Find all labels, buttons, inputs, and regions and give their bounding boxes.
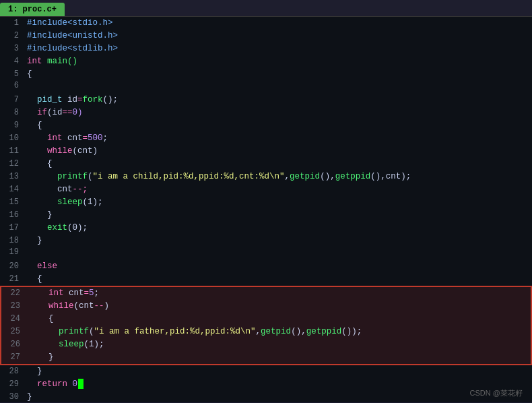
line-number: 17 — [5, 223, 19, 232]
code-line: 15 sleep(1); — [0, 196, 532, 209]
code-line: 7 pid_t id=fork(); — [0, 94, 532, 106]
code-line: 24 { — [0, 313, 532, 326]
line-code: while(cnt) — [27, 145, 98, 158]
code-line: 27 } — [0, 351, 532, 365]
code-line: 5{ — [0, 68, 532, 81]
code-line: 6 — [0, 81, 532, 94]
line-code: { — [27, 119, 42, 132]
line-number: 14 — [5, 185, 19, 194]
code-line: 9 { — [0, 119, 532, 132]
line-number: 16 — [5, 210, 19, 220]
line-code: } — [27, 391, 32, 402]
code-line: 14 cnt--; — [0, 183, 532, 196]
code-line: 12 { — [0, 158, 532, 170]
line-number: 28 — [5, 367, 19, 376]
line-number: 18 — [5, 236, 19, 245]
line-number: 15 — [5, 197, 19, 207]
tab-label: 1: proc.c+ — [8, 5, 57, 14]
code-line: 3#include<stdlib.h> — [0, 42, 532, 55]
code-line: 8 if(id==0) — [0, 106, 532, 119]
tab-bar: 1: proc.c+ — [0, 0, 532, 17]
line-code: while(cnt--) — [28, 300, 109, 313]
line-code: } — [27, 365, 42, 378]
line-number: 30 — [5, 392, 19, 402]
line-code: #include<stdio.h> — [27, 17, 113, 30]
code-line: 13 printf("i am a child,pid:%d,ppid:%d,c… — [0, 170, 532, 183]
line-code: int main() — [27, 55, 77, 68]
line-code: printf("i am a father,pid:%d,ppid:%d\n",… — [28, 326, 362, 338]
line-code: exit(0); — [27, 222, 88, 235]
line-code: { — [27, 68, 32, 81]
code-editor[interactable]: 1#include<stdio.h>2#include<unistd.h>3#i… — [0, 17, 532, 402]
editor-container: 1: proc.c+ 1#include<stdio.h>2#include<u… — [0, 0, 532, 402]
line-number: 1 — [5, 18, 19, 28]
code-line: 18 } — [0, 235, 532, 247]
code-line: 10 int cnt=500; — [0, 132, 532, 145]
line-code: int cnt=5; — [28, 287, 99, 300]
text-cursor — [78, 379, 84, 389]
line-code: { — [27, 273, 42, 286]
line-number: 8 — [5, 108, 19, 117]
code-line: 2#include<unistd.h> — [0, 30, 532, 42]
line-code: } — [28, 351, 54, 364]
line-code: else — [27, 260, 57, 273]
line-number: 20 — [5, 261, 19, 271]
line-code: pid_t id=fork(); — [27, 94, 118, 106]
code-line: 1#include<stdio.h> — [0, 17, 532, 30]
line-code: printf("i am a child,pid:%d,ppid:%d,cnt:… — [27, 170, 411, 183]
code-line: 30} — [0, 391, 532, 402]
code-line: 16 } — [0, 209, 532, 222]
code-line: 11 while(cnt) — [0, 145, 532, 158]
line-code: if(id==0) — [27, 106, 83, 119]
line-code: sleep(1); — [28, 338, 104, 351]
code-line: 22 int cnt=5; — [0, 286, 532, 300]
line-code: { — [27, 158, 53, 170]
line-number: 27 — [7, 352, 20, 362]
code-line: 20 else — [0, 260, 532, 273]
code-line: 26 sleep(1); — [0, 338, 532, 351]
line-number: 3 — [5, 44, 19, 53]
active-tab[interactable]: 1: proc.c+ — [0, 3, 65, 16]
line-number: 11 — [5, 146, 19, 156]
line-number: 23 — [7, 301, 20, 311]
line-code: int cnt=500; — [27, 132, 108, 145]
code-line: 25 printf("i am a father,pid:%d,ppid:%d\… — [0, 326, 532, 338]
code-line: 17 exit(0); — [0, 222, 532, 235]
line-code: #include<stdlib.h> — [27, 42, 118, 55]
code-line: 21 { — [0, 273, 532, 286]
line-number: 26 — [7, 340, 20, 349]
line-number: 29 — [5, 379, 19, 389]
line-number: 22 — [7, 288, 20, 298]
line-number: 10 — [5, 133, 19, 143]
line-number: 25 — [7, 327, 20, 336]
line-number: 6 — [5, 81, 19, 90]
line-code: } — [27, 235, 42, 247]
line-number: 21 — [5, 274, 19, 284]
code-line: 23 while(cnt--) — [0, 300, 532, 313]
line-number: 19 — [5, 247, 19, 257]
watermark: CSDN @菜花籽 — [470, 388, 523, 398]
line-number: 2 — [5, 31, 19, 40]
code-line: 4int main() — [0, 55, 532, 68]
line-number: 24 — [7, 314, 20, 323]
line-number: 13 — [5, 172, 19, 181]
code-line: 19 — [0, 247, 532, 260]
code-lines: 1#include<stdio.h>2#include<unistd.h>3#i… — [0, 17, 532, 402]
line-code: #include<unistd.h> — [27, 30, 118, 42]
line-code: sleep(1); — [27, 196, 103, 209]
line-number: 12 — [5, 159, 19, 168]
line-code: cnt--; — [27, 183, 88, 196]
line-code: return 0 — [27, 378, 84, 391]
code-line: 28 } — [0, 365, 532, 378]
code-line: 29 return 0 — [0, 378, 532, 391]
line-number: 7 — [5, 95, 19, 104]
line-code: { — [28, 313, 54, 326]
line-number: 4 — [5, 57, 19, 66]
line-number: 9 — [5, 121, 19, 130]
line-number: 5 — [5, 69, 19, 79]
line-code: } — [27, 209, 53, 222]
